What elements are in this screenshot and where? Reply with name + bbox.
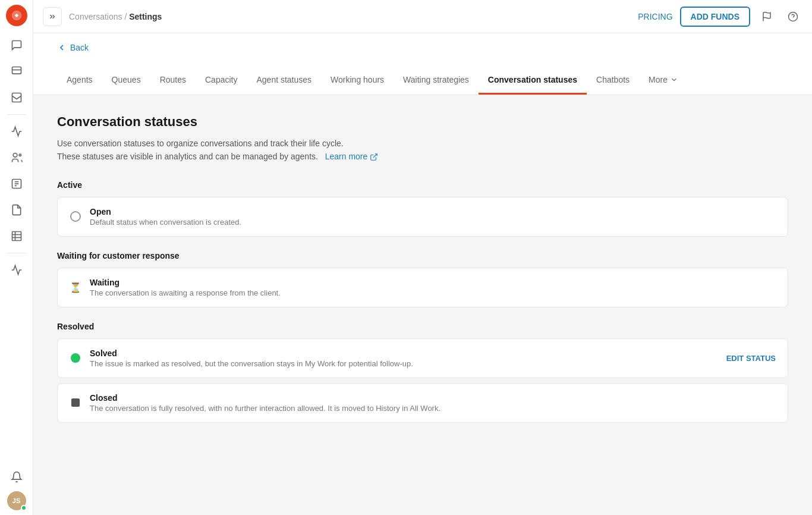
learn-more-label: Learn more — [325, 150, 368, 163]
status-desc-closed: The conversation is fully resolved, with… — [90, 404, 776, 413]
back-area: Back — [33, 33, 812, 52]
svg-point-4 — [13, 153, 17, 158]
content-area: Back AgentsQueuesRoutesCapacityAgent sta… — [33, 33, 812, 515]
status-desc-solved: The issue is marked as resolved, but the… — [90, 359, 718, 368]
tab-label: Routes — [160, 75, 186, 84]
breadcrumb: Conversations / Settings — [69, 12, 631, 21]
section-title-active: Active — [57, 180, 788, 190]
tab-label: Agents — [67, 75, 93, 84]
section-active: Active Open Default status when conversa… — [57, 180, 788, 237]
tabs-row: AgentsQueuesRoutesCapacityAgent statuses… — [33, 67, 812, 95]
back-link[interactable]: Back — [57, 43, 788, 52]
closed-status-icon — [71, 398, 80, 407]
page-content: Conversation statuses Use conversation s… — [33, 95, 812, 515]
tab-queues[interactable]: Queues — [102, 67, 150, 95]
page-title: Conversation statuses — [57, 114, 788, 130]
nav-messages[interactable] — [5, 59, 29, 83]
status-name-open: Open — [90, 207, 776, 216]
status-info-open: Open Default status when conversation is… — [90, 207, 776, 227]
nav-bell[interactable] — [5, 465, 29, 489]
svg-line-17 — [373, 153, 377, 157]
edit-status-button-solved[interactable]: EDIT STATUS — [726, 354, 776, 363]
topbar-actions: PRICING ADD FUNDS — [638, 7, 802, 27]
svg-point-5 — [19, 154, 21, 156]
nav-table[interactable] — [5, 224, 29, 248]
status-desc-open: Default status when conversation is crea… — [90, 218, 776, 227]
open-status-icon — [70, 211, 81, 222]
tab-label: Working hours — [331, 75, 384, 84]
avatar[interactable]: JS — [7, 491, 26, 510]
tab-label: More — [649, 75, 668, 84]
help-icon[interactable] — [783, 7, 802, 26]
sidebar: JS — [0, 0, 33, 515]
nav-tasks[interactable] — [5, 172, 29, 196]
sidebar-divider-2 — [7, 253, 26, 253]
status-info-waiting: Waiting The conversation is awaiting a r… — [90, 278, 776, 297]
section-waiting: Waiting for customer response⏳ Waiting T… — [57, 251, 788, 307]
waiting-status-icon: ⏳ — [70, 282, 81, 293]
tab-waiting-strategies[interactable]: Waiting strategies — [394, 67, 479, 95]
tab-conversation-statuses[interactable]: Conversation statuses — [479, 67, 587, 95]
back-label: Back — [70, 43, 89, 52]
sidebar-divider-1 — [7, 114, 26, 115]
status-info-closed: Closed The conversation is fully resolve… — [90, 393, 776, 413]
avatar-online-dot — [21, 505, 27, 511]
learn-more-link[interactable]: Learn more — [320, 150, 378, 163]
add-funds-button[interactable]: ADD FUNDS — [680, 7, 750, 27]
section-title-resolved: Resolved — [57, 322, 788, 331]
tab-agents[interactable]: Agents — [57, 67, 102, 95]
sections-container: Active Open Default status when conversa… — [57, 180, 788, 423]
status-info-solved: Solved The issue is marked as resolved, … — [90, 348, 718, 368]
main-area: Conversations / Settings PRICING ADD FUN… — [33, 0, 812, 515]
page-description: Use conversation statuses to organize co… — [57, 137, 788, 164]
tab-capacity[interactable]: Capacity — [196, 67, 247, 95]
section-title-waiting: Waiting for customer response — [57, 251, 788, 260]
status-desc-waiting: The conversation is awaiting a response … — [90, 288, 776, 297]
flag-icon[interactable] — [757, 7, 776, 26]
app-logo[interactable] — [6, 5, 27, 26]
nav-contacts[interactable] — [5, 146, 29, 169]
svg-rect-10 — [12, 232, 21, 241]
tab-label: Chatbots — [596, 75, 630, 84]
tab-label: Queues — [112, 75, 141, 84]
tab-more[interactable]: More — [639, 67, 688, 95]
nav-analytics[interactable] — [5, 258, 29, 282]
tab-label: Capacity — [205, 75, 237, 84]
status-card-closed: Closed The conversation is fully resolve… — [57, 383, 788, 423]
tab-working-hours[interactable]: Working hours — [321, 67, 394, 95]
tab-label: Conversation statuses — [488, 75, 577, 84]
tab-label: Waiting strategies — [403, 75, 469, 84]
status-icon-closed — [70, 397, 81, 409]
status-card-solved: Solved The issue is marked as resolved, … — [57, 338, 788, 378]
status-name-closed: Closed — [90, 393, 776, 403]
breadcrumb-separator: / — [122, 12, 130, 21]
nav-conversations[interactable] — [5, 33, 29, 57]
solved-status-icon — [71, 353, 80, 363]
chevron-down-icon — [670, 76, 678, 84]
tabs-container: Back AgentsQueuesRoutesCapacityAgent sta… — [33, 33, 812, 95]
pricing-link[interactable]: PRICING — [638, 12, 672, 21]
section-resolved: Resolved Solved The issue is marked as r… — [57, 322, 788, 423]
nav-inbox[interactable] — [5, 86, 29, 109]
collapse-button[interactable] — [43, 7, 62, 26]
status-icon-solved — [70, 352, 81, 364]
status-name-solved: Solved — [90, 348, 718, 358]
tab-chatbots[interactable]: Chatbots — [587, 67, 639, 95]
status-card-waiting: ⏳ Waiting The conversation is awaiting a… — [57, 268, 788, 307]
description-line1: Use conversation statuses to organize co… — [57, 139, 344, 148]
tab-routes[interactable]: Routes — [150, 67, 196, 95]
tab-label: Agent statuses — [256, 75, 311, 84]
description-line2: These statuses are visible in analytics … — [57, 152, 318, 161]
status-icon-waiting: ⏳ — [70, 281, 81, 293]
tab-agent-statuses[interactable]: Agent statuses — [247, 67, 321, 95]
topbar: Conversations / Settings PRICING ADD FUN… — [33, 0, 812, 33]
breadcrumb-current: Settings — [129, 12, 162, 21]
nav-reports[interactable] — [5, 120, 29, 143]
status-name-waiting: Waiting — [90, 278, 776, 287]
breadcrumb-base: Conversations — [69, 12, 122, 21]
status-icon-open — [70, 211, 81, 222]
nav-logs[interactable] — [5, 198, 29, 222]
status-card-open: Open Default status when conversation is… — [57, 197, 788, 237]
